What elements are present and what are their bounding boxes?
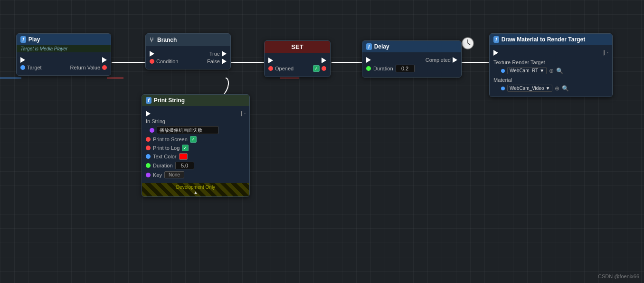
print-in-string-pin[interactable] — [150, 128, 154, 133]
delay-exec-in[interactable] — [366, 57, 371, 63]
draw-texture-dropdown[interactable]: WebCam_RT ▼ — [507, 67, 547, 74]
branch-condition-label: Condition — [156, 59, 178, 64]
dev-only-bar: Development Only ▲ — [142, 183, 249, 196]
draw-f-icon: f — [493, 36, 499, 43]
delay-duration-pin[interactable] — [366, 66, 371, 71]
play-target-row: Target Return Value — [20, 65, 107, 70]
print-screen-pin[interactable] — [146, 137, 151, 142]
branch-exec-row: True — [150, 51, 227, 57]
branch-exec-in[interactable] — [150, 51, 154, 57]
play-exec-row — [20, 57, 107, 63]
print-log-row: Print to Log ✓ — [146, 145, 246, 151]
print-duration-input[interactable] — [175, 162, 194, 169]
draw-material-add-icon[interactable]: ⊕ — [555, 85, 559, 92]
play-target-pin[interactable] — [20, 65, 25, 70]
draw-material-dropdown[interactable]: WebCam_Video ▼ — [507, 85, 552, 92]
print-duration-row: Duration — [146, 162, 246, 169]
draw-material-value: WebCam_Video — [510, 86, 544, 91]
set-exec-in[interactable] — [268, 58, 273, 63]
play-exec-out[interactable] — [102, 57, 107, 63]
set-node: SET Opened ✓ — [264, 40, 331, 77]
branch-icon: ⑂ — [150, 36, 153, 44]
delay-body: Completed Duration — [362, 52, 461, 77]
draw-exec-out[interactable] — [604, 50, 608, 56]
draw-material-body: Texture Render Target WebCam_RT ▼ ⊕ 🔍 Ma… — [490, 45, 612, 97]
svg-line-2 — [468, 43, 470, 45]
draw-exec-row — [493, 50, 608, 56]
blueprint-canvas[interactable]: f Play Target is Media Player Target Ret… — [0, 0, 644, 283]
branch-true-pin[interactable] — [222, 51, 227, 57]
draw-material-label: Material — [493, 77, 512, 83]
draw-material-chevron: ▼ — [545, 86, 550, 91]
branch-true-label: True — [209, 51, 220, 57]
branch-false-row: Condition False — [150, 59, 227, 64]
draw-texture-value: WebCam_RT — [510, 68, 538, 73]
delay-node: f Delay Completed Duration — [362, 40, 462, 78]
print-key-label: Key — [153, 172, 162, 178]
draw-material-header: f Draw Material to Render Target — [490, 34, 612, 45]
dev-only-arrow[interactable]: ▲ — [143, 190, 248, 195]
set-opened-row: Opened ✓ — [268, 65, 326, 72]
branch-title: Branch — [157, 37, 177, 43]
draw-texture-value-row: WebCam_RT ▼ ⊕ 🔍 — [501, 67, 608, 74]
draw-material-search-icon[interactable]: 🔍 — [562, 85, 569, 92]
draw-texture-row: Texture Render Target — [493, 59, 608, 65]
set-exec-out[interactable] — [322, 58, 326, 63]
draw-material-title: Draw Material to Render Target — [502, 36, 585, 43]
print-log-pin[interactable] — [146, 146, 151, 150]
draw-material-value-row: WebCam_Video ▼ ⊕ 🔍 — [501, 85, 608, 92]
play-target-label: Target — [27, 65, 42, 70]
play-subtitle: Target is Media Player — [17, 45, 111, 52]
play-title: Play — [28, 36, 40, 43]
set-opened-pin-right[interactable] — [322, 66, 326, 71]
delay-exec-row: Completed — [366, 57, 457, 63]
draw-texture-add-icon[interactable]: ⊕ — [549, 68, 554, 74]
branch-condition-pin[interactable] — [150, 59, 154, 64]
print-duration-pin[interactable] — [146, 163, 151, 168]
draw-material-label-row: Material — [493, 77, 608, 83]
print-text-color-pin[interactable] — [146, 154, 151, 159]
set-title: SET — [268, 43, 326, 50]
set-opened-checkbox[interactable]: ✓ — [313, 65, 320, 72]
delay-duration-input[interactable] — [396, 65, 415, 72]
print-screen-row: Print to Screen ✓ — [146, 136, 246, 143]
delay-completed-pin[interactable] — [453, 57, 457, 63]
dev-only-label: Development Only — [176, 185, 215, 190]
print-key-pin[interactable] — [146, 173, 151, 177]
delay-title: Delay — [374, 43, 389, 50]
print-in-string-input[interactable] — [157, 126, 218, 134]
print-screen-checkbox[interactable]: ✓ — [190, 136, 197, 143]
print-text-color-swatch[interactable] — [179, 153, 188, 160]
set-node-header: SET — [265, 41, 330, 53]
print-exec-out[interactable] — [241, 111, 246, 117]
print-key-none-button[interactable]: None — [164, 171, 184, 178]
draw-material-node: f Draw Material to Render Target Texture… — [489, 33, 613, 97]
delay-f-icon: f — [366, 43, 372, 50]
draw-texture-pin[interactable] — [501, 69, 505, 73]
draw-material-pin[interactable] — [501, 87, 505, 90]
print-log-checkbox[interactable]: ✓ — [182, 145, 189, 151]
print-header: f Print String — [142, 95, 249, 106]
delay-duration-row: Duration — [366, 65, 457, 72]
draw-texture-search-icon[interactable]: 🔍 — [556, 68, 563, 74]
play-f-icon: f — [20, 36, 26, 43]
delay-duration-label: Duration — [373, 66, 393, 71]
draw-exec-in[interactable] — [493, 50, 498, 56]
print-exec-in[interactable] — [146, 111, 151, 117]
play-return-label: Return Value — [70, 65, 100, 70]
print-text-color-label: Text Color — [153, 154, 177, 159]
play-return-pin[interactable] — [102, 65, 107, 70]
watermark: CSDN @foenix66 — [598, 273, 639, 279]
print-string-node: f Print String In String Print to Screen… — [142, 94, 250, 197]
set-opened-pin-left[interactable] — [268, 66, 273, 71]
set-exec-row — [268, 58, 326, 63]
print-log-label: Print to Log — [153, 145, 180, 151]
play-body: Target Return Value — [17, 52, 111, 75]
branch-false-pin[interactable] — [222, 59, 227, 64]
play-exec-in[interactable] — [20, 57, 25, 63]
print-title: Print String — [154, 97, 185, 104]
print-duration-label: Duration — [153, 163, 173, 168]
branch-node-header: ⑂ Branch — [146, 34, 230, 46]
branch-false-label: False — [207, 59, 220, 64]
print-body: In String Print to Screen ✓ Print to Log… — [142, 106, 249, 183]
